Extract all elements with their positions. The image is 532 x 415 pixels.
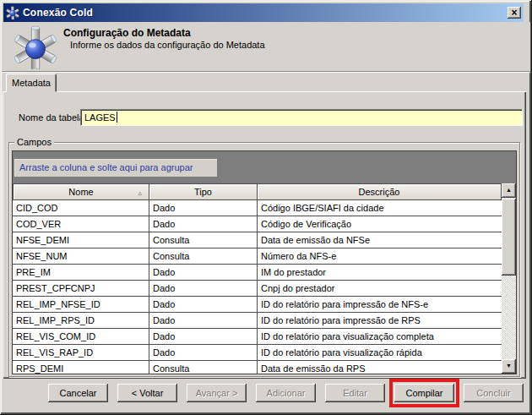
scroll-down-icon: ▼ <box>506 363 512 369</box>
table-row[interactable]: REL_IMP_RPS_IDDadoID do relatório para i… <box>13 313 502 329</box>
concluir-button: Concluir <box>464 384 524 402</box>
scrollbar-track[interactable] <box>502 198 516 359</box>
voltar-button[interactable]: < Voltar <box>117 384 177 402</box>
table-row[interactable]: RPS_DEMIConsultaData de emissão da RPS <box>13 361 502 374</box>
table-row[interactable]: NFSE_DEMIConsultaData de emissão da NFSe <box>13 232 502 248</box>
cell-tipo: Dado <box>149 329 258 345</box>
app-icon <box>6 6 19 19</box>
cell-nome: RPS_DEMI <box>13 361 149 374</box>
column-header-tipo[interactable]: Tipo <box>149 183 258 200</box>
table-row[interactable]: PREST_CPFCNPJDadoCnpj do prestador <box>13 281 502 297</box>
cell-tipo: Dado <box>149 313 258 329</box>
close-button[interactable]: × <box>508 7 521 19</box>
grid-main: Nome▵ Tipo Descrição CID_CODDadoCódigo I… <box>13 183 516 374</box>
table-row[interactable]: PRE_IMDadoIM do prestador <box>13 265 502 281</box>
avancar-button: Avançar > <box>187 384 247 402</box>
cell-tipo: Consulta <box>149 248 258 265</box>
vertical-scrollbar[interactable]: ▲ ▼ <box>502 183 516 374</box>
tab-metadata[interactable]: Metadata <box>6 74 57 92</box>
campos-groupbox: Campos Arraste a coluna e solte aqui par… <box>8 142 520 377</box>
campos-grid: Arraste a coluna e solte aqui para agrup… <box>12 150 517 374</box>
cell-tipo: Dado <box>149 281 258 297</box>
table-name-input[interactable]: LAGES <box>80 109 523 126</box>
table-name-value: LAGES <box>84 112 116 123</box>
scroll-down-button[interactable]: ▼ <box>502 359 516 374</box>
column-header-nome[interactable]: Nome▵ <box>13 183 149 200</box>
cell-descricao: Código IBGE/SIAFI da cidade <box>258 200 502 216</box>
grid-header: Nome▵ Tipo Descrição <box>13 183 502 200</box>
table-row[interactable]: NFSE_NUMConsultaNúmero da NFS-e <box>13 248 502 265</box>
cell-tipo: Consulta <box>149 232 258 248</box>
cell-nome: REL_VIS_COM_ID <box>13 329 149 345</box>
cell-nome: REL_IMP_NFSE_ID <box>13 297 149 313</box>
grid-columns: Nome▵ Tipo Descrição CID_CODDadoCódigo I… <box>13 183 502 374</box>
cell-nome: REL_IMP_RPS_ID <box>13 313 149 329</box>
cell-nome: PREST_CPFCNPJ <box>13 281 149 297</box>
sort-ascending-icon: ▵ <box>138 186 142 199</box>
scrollbar-thumb[interactable] <box>502 199 516 276</box>
header-subtitle: Informe os dados da configuração do Meta… <box>70 40 265 50</box>
tab-page-metadata: Nome da tabela: LAGES Campos Arraste a c… <box>3 91 526 379</box>
dialog-conexao-cold: Conexão Cold × <box>0 0 532 415</box>
button-row: Cancelar< VoltarAvançar >AdicionarEditar… <box>0 384 524 404</box>
table-row[interactable]: REL_VIS_COM_IDDadoID do relatório para v… <box>13 329 502 345</box>
table-row[interactable]: CID_CODDadoCódigo IBGE/SIAFI da cidade <box>13 200 502 216</box>
cell-descricao: ID do relatório para impressão de RPS <box>258 313 502 329</box>
column-header-descricao[interactable]: Descrição <box>258 183 502 200</box>
cell-tipo: Dado <box>149 200 258 216</box>
close-icon: × <box>511 7 517 19</box>
scroll-up-icon: ▲ <box>506 187 512 193</box>
cell-nome: REL_VIS_RAP_ID <box>13 345 149 361</box>
grid-body: CID_CODDadoCódigo IBGE/SIAFI da cidadeCO… <box>13 200 502 374</box>
table-row[interactable]: COD_VERDadoCódigo de Verificação <box>13 216 502 232</box>
window-title: Conexão Cold <box>23 7 508 19</box>
cell-descricao: Cnpj do prestador <box>258 281 502 297</box>
cell-tipo: Dado <box>149 265 258 281</box>
cell-descricao: IM do prestador <box>258 265 502 281</box>
cell-descricao: ID do relatório para visualização comple… <box>258 329 502 345</box>
cell-nome: PRE_IM <box>13 265 149 281</box>
titlebar[interactable]: Conexão Cold × <box>3 3 524 22</box>
cell-descricao: Código de Verificação <box>258 216 502 232</box>
header-separator <box>2 71 530 73</box>
cancelar-button[interactable]: Cancelar <box>48 384 108 402</box>
group-by-hint: Arraste a coluna e solte aqui para agrup… <box>14 159 217 177</box>
cell-descricao: Data de emissão da NFSe <box>258 232 502 248</box>
wizard-header: Configuração do Metadata Informe os dado… <box>2 22 530 71</box>
cell-nome: CID_COD <box>13 200 149 216</box>
text-caret <box>117 112 117 123</box>
cell-descricao: Data de emissão da RPS <box>258 361 502 374</box>
editar-button: Editar <box>325 384 385 402</box>
table-name-label: Nome da tabela: <box>19 112 87 123</box>
cell-tipo: Dado <box>149 216 258 232</box>
column-header-nome-label: Nome <box>68 187 93 197</box>
metadata-icon <box>14 25 57 69</box>
compilar-button[interactable]: Compilar <box>394 384 454 402</box>
cell-tipo: Dado <box>149 297 258 313</box>
table-row[interactable]: REL_VIS_RAP_IDDadoID do relatório para v… <box>13 345 502 361</box>
group-by-panel[interactable]: Arraste a coluna e solte aqui para agrup… <box>13 151 516 183</box>
cell-tipo: Dado <box>149 345 258 361</box>
cell-nome: NFSE_NUM <box>13 248 149 265</box>
cell-nome: COD_VER <box>13 216 149 232</box>
cell-nome: NFSE_DEMI <box>13 232 149 248</box>
cell-descricao: ID do relatório para impressão de NFS-e <box>258 297 502 313</box>
table-row[interactable]: REL_IMP_NFSE_IDDadoID do relatório para … <box>13 297 502 313</box>
cell-descricao: Número da NFS-e <box>258 248 502 265</box>
cell-tipo: Consulta <box>149 361 258 374</box>
campos-group-label: Campos <box>14 137 54 147</box>
adicionar-button: Adicionar <box>256 384 316 402</box>
scroll-up-button[interactable]: ▲ <box>502 183 516 198</box>
header-title: Configuração do Metadata <box>63 27 191 39</box>
cell-descricao: ID do relatório para visualização rápida <box>258 345 502 361</box>
